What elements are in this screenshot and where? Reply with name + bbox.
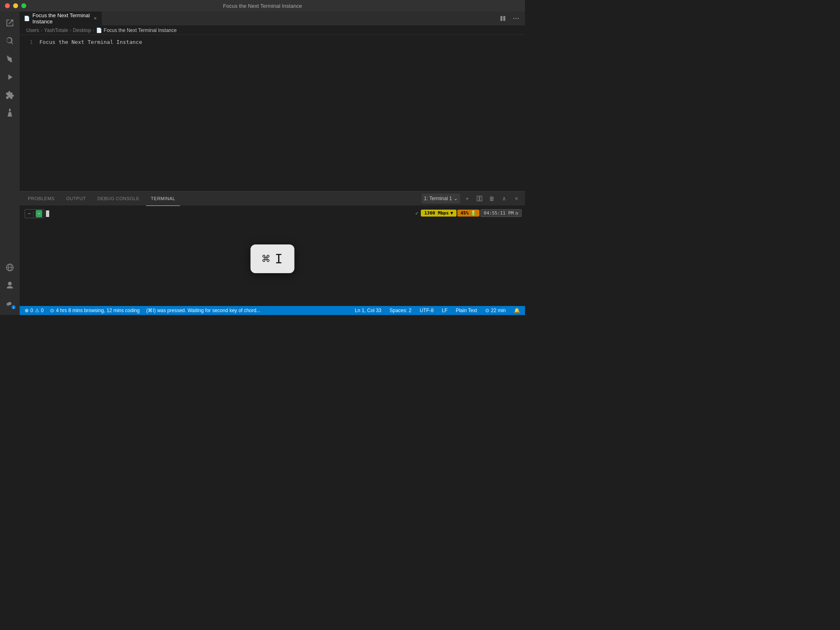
- panel-maximize-button[interactable]: ∧: [499, 193, 509, 204]
- prompt-git: ~: [36, 210, 42, 217]
- bell-button[interactable]: 🔔: [512, 306, 522, 315]
- timing-right[interactable]: ⊙ 22 min: [484, 306, 507, 315]
- activity-bar-top: [2, 15, 18, 258]
- sidebar-item-account[interactable]: [2, 277, 18, 294]
- terminal-select-chevron: ⌄: [454, 196, 458, 201]
- spaces-setting[interactable]: Spaces: 2: [388, 306, 413, 315]
- line-number-1: 1: [23, 38, 39, 47]
- clock-small-icon: ⊙: [50, 308, 54, 313]
- sidebar-item-search[interactable]: [2, 33, 18, 49]
- breadcrumb-sep-3: ›: [93, 27, 94, 33]
- terminal-cursor: [46, 210, 49, 217]
- timing-icon: ⊙: [485, 308, 489, 313]
- breadcrumb: Users › YashTotale › Desktop › 📄 Focus t…: [20, 26, 525, 35]
- kill-terminal-button[interactable]: 🗑: [486, 193, 497, 204]
- line-ending-text: LF: [442, 308, 447, 313]
- prompt-segment: ~ │ ~: [25, 209, 44, 218]
- breadcrumb-yashtotale[interactable]: YashTotale: [44, 27, 68, 33]
- prompt-box: ~ │ ~: [25, 209, 49, 218]
- language-setting[interactable]: Plain Text: [454, 306, 479, 315]
- tab-close-button[interactable]: ×: [93, 15, 98, 22]
- editor-area: 1 Focus the Next Terminal Instance: [20, 35, 525, 191]
- close-button[interactable]: [5, 3, 10, 8]
- sidebar-item-source-control[interactable]: [2, 51, 18, 67]
- new-terminal-button[interactable]: +: [462, 193, 472, 204]
- svg-rect-4: [480, 196, 482, 201]
- sidebar-item-settings[interactable]: 1: [2, 295, 18, 312]
- tab-output-label: OUTPUT: [66, 196, 86, 201]
- tab-terminal-label: TERMINAL: [151, 196, 176, 201]
- wifi-icon: ▼: [450, 210, 453, 216]
- tab-terminal[interactable]: TERMINAL: [146, 192, 180, 206]
- chord-text: (⌘I) was pressed. Waiting for second key…: [146, 308, 260, 313]
- timing-text: 4 hrs 8 mins browsing, 12 mins coding: [56, 308, 139, 313]
- source-control-icon: [5, 55, 14, 64]
- cursor-position[interactable]: Ln 1, Col 33: [353, 306, 383, 315]
- breadcrumb-file-icon: 📄: [96, 27, 102, 33]
- error-count[interactable]: ⊗ 0 ⚠ 0: [23, 306, 45, 315]
- breadcrumb-users[interactable]: Users: [26, 27, 39, 33]
- window-title: Focus the Next Terminal Instance: [223, 3, 302, 9]
- breadcrumb-sep-2: ›: [70, 27, 71, 33]
- breadcrumb-desktop[interactable]: Desktop: [73, 27, 91, 33]
- editor-line-1: 1 Focus the Next Terminal Instance: [20, 38, 525, 47]
- sidebar-item-remote[interactable]: [2, 259, 18, 276]
- terminal-content[interactable]: ~ │ ~ ✓ 1300 Mbps ▼ 45%: [20, 206, 525, 306]
- clock-icon: ◷: [515, 210, 518, 216]
- language-text: Plain Text: [456, 308, 477, 313]
- timing-right-text: 22 min: [491, 308, 506, 313]
- sidebar-item-run[interactable]: [2, 69, 18, 85]
- network-status-pill: 1300 Mbps ▼: [421, 210, 456, 217]
- network-speed: 1300 Mbps: [424, 210, 449, 216]
- split-editor-icon: [500, 15, 506, 22]
- editor-content[interactable]: 1 Focus the Next Terminal Instance: [20, 35, 525, 191]
- bell-icon: 🔔: [514, 308, 520, 313]
- error-number: 0: [30, 308, 33, 313]
- error-icon: ⊗: [25, 308, 29, 313]
- prompt-separator: │: [32, 211, 35, 217]
- panel-tab-actions: 1: Terminal 1 ⌄ + 🗑 ∧ ×: [422, 193, 522, 204]
- tab-debug-console[interactable]: DEBUG CONSOLE: [92, 192, 144, 206]
- cursor-position-text: Ln 1, Col 33: [355, 308, 381, 313]
- account-icon: [5, 281, 14, 290]
- breadcrumb-file[interactable]: 📄 Focus the Next Terminal Instance: [96, 27, 177, 33]
- app-container: 1 📄 Focus the Next Terminal Instance × ⋯: [0, 11, 525, 315]
- more-actions-icon: ⋯: [513, 14, 519, 22]
- spaces-text: Spaces: 2: [390, 308, 411, 313]
- prompt-home: ~: [28, 211, 31, 217]
- time-status-pill: 04:55:11 PM ◷: [480, 209, 522, 217]
- split-terminal-button[interactable]: [474, 193, 485, 204]
- activity-bar-bottom: 1: [2, 259, 18, 315]
- panel-close-button[interactable]: ×: [511, 193, 522, 204]
- chord-status: (⌘I) was pressed. Waiting for second key…: [144, 306, 262, 315]
- tab-label: Focus the Next Terminal Instance: [32, 12, 90, 25]
- panel-tab-bar: PROBLEMS OUTPUT DEBUG CONSOLE TERMINAL 1…: [20, 192, 525, 206]
- sidebar-item-extensions[interactable]: [2, 87, 18, 103]
- tab-bar: 📄 Focus the Next Terminal Instance × ⋯: [20, 11, 525, 26]
- terminal-right-status: ✓ 1300 Mbps ▼ 45% 🔋 04:55:11 PM ◷: [415, 209, 522, 217]
- tab-problems[interactable]: PROBLEMS: [23, 192, 59, 206]
- timing-status[interactable]: ⊙ 4 hrs 8 mins browsing, 12 mins coding: [48, 306, 141, 315]
- encoding-setting[interactable]: UTF-8: [418, 306, 435, 315]
- split-editor-button[interactable]: [497, 13, 509, 24]
- run-icon: [5, 73, 14, 82]
- sidebar-item-testing[interactable]: [2, 105, 18, 121]
- traffic-lights: [5, 3, 26, 8]
- line-ending-setting[interactable]: LF: [440, 306, 449, 315]
- editor-tab-active[interactable]: 📄 Focus the Next Terminal Instance ×: [20, 11, 102, 25]
- terminal-select[interactable]: 1: Terminal 1 ⌄: [422, 194, 460, 203]
- tab-problems-label: PROBLEMS: [28, 196, 55, 201]
- remote-icon: [5, 263, 14, 272]
- panel: PROBLEMS OUTPUT DEBUG CONSOLE TERMINAL 1…: [20, 191, 525, 306]
- sidebar-item-explorer[interactable]: [2, 15, 18, 31]
- status-bar: ⊗ 0 ⚠ 0 ⊙ 4 hrs 8 mins browsing, 12 mins…: [20, 306, 525, 315]
- main-content: 📄 Focus the Next Terminal Instance × ⋯ U…: [20, 11, 525, 315]
- svg-rect-3: [477, 196, 479, 201]
- status-bar-left: ⊗ 0 ⚠ 0 ⊙ 4 hrs 8 mins browsing, 12 mins…: [23, 306, 262, 315]
- battery-icon: 🔋: [470, 210, 476, 216]
- tab-actions: ⋯: [497, 11, 525, 25]
- tab-output[interactable]: OUTPUT: [61, 192, 91, 206]
- maximize-button[interactable]: [21, 3, 26, 8]
- minimize-button[interactable]: [13, 3, 18, 8]
- more-actions-button[interactable]: ⋯: [510, 13, 522, 24]
